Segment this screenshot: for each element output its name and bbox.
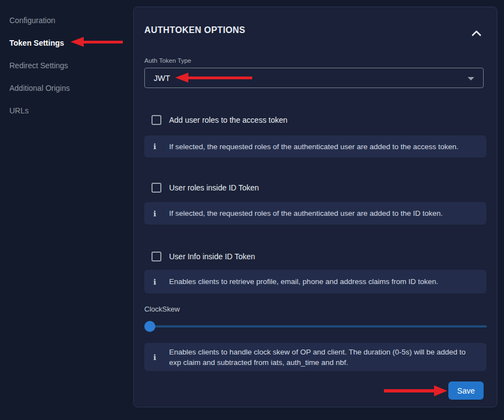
option-row-user-info-id-token: User Info inside ID Token (151, 252, 255, 261)
info-icon: ℹ (151, 278, 158, 286)
panel-title: AUTHTOKEN OPTIONS (144, 25, 245, 35)
info-box-user-info-id-token: ℹ Enables clients to retrieve profile, e… (144, 270, 486, 293)
sidebar-item-redirect-settings[interactable]: Redirect Settings (9, 61, 125, 70)
info-box-clockskew: ℹ Enables clients to handle clock skew o… (144, 343, 486, 371)
clockskew-label: ClockSkew (144, 305, 180, 313)
sidebar-item-configuration[interactable]: Configuration (9, 15, 125, 25)
checkbox-user-info-id-token[interactable] (151, 252, 161, 261)
sidebar-item-urls[interactable]: URLs (9, 106, 125, 116)
info-text: Enables clients to handle clock skew of … (169, 347, 478, 368)
checkbox-add-user-roles-access-token[interactable] (151, 115, 161, 125)
info-box-access-token-roles: ℹ If selected, the requested roles of th… (144, 135, 486, 157)
slider-track[interactable] (144, 325, 487, 328)
info-box-id-token-roles: ℹ If selected, the requested roles of th… (144, 202, 486, 225)
info-icon: ℹ (151, 143, 158, 150)
clockskew-slider[interactable] (144, 320, 487, 333)
info-text: Enables clients to retrieve profile, ema… (169, 276, 438, 287)
checkbox-label: Add user roles to the access token (169, 116, 288, 124)
auth-token-type-label: Auth Token Type (144, 57, 191, 64)
option-row-id-token-roles: User roles inside ID Token (151, 183, 259, 193)
info-icon: ℹ (151, 210, 158, 217)
save-button[interactable]: Save (448, 381, 484, 400)
info-text: If selected, the requested roles of the … (169, 208, 443, 219)
checkbox-label: User Info inside ID Token (169, 252, 255, 261)
checkbox-label: User roles inside ID Token (169, 183, 259, 192)
sidebar-item-token-settings[interactable]: Token Settings (9, 38, 125, 48)
slider-thumb[interactable] (144, 321, 155, 332)
auth-token-type-value: JWT (154, 74, 170, 83)
chevron-up-icon[interactable] (470, 29, 483, 38)
token-settings-page: Configuration Token Settings Redirect Se… (0, 0, 504, 420)
authtoken-options-panel: AUTHTOKEN OPTIONS Auth Token Type JWT Ad… (133, 7, 497, 407)
chevron-down-icon (468, 77, 474, 80)
option-row-access-token-roles: Add user roles to the access token (151, 115, 288, 125)
auth-token-type-select[interactable]: JWT (144, 68, 484, 88)
sidebar-item-additional-origins[interactable]: Additional Origins (9, 83, 125, 93)
checkbox-user-roles-id-token[interactable] (151, 183, 161, 193)
settings-sidebar: Configuration Token Settings Redirect Se… (9, 15, 125, 128)
info-icon: ℹ (151, 353, 158, 361)
info-text: If selected, the requested roles of the … (169, 141, 458, 152)
